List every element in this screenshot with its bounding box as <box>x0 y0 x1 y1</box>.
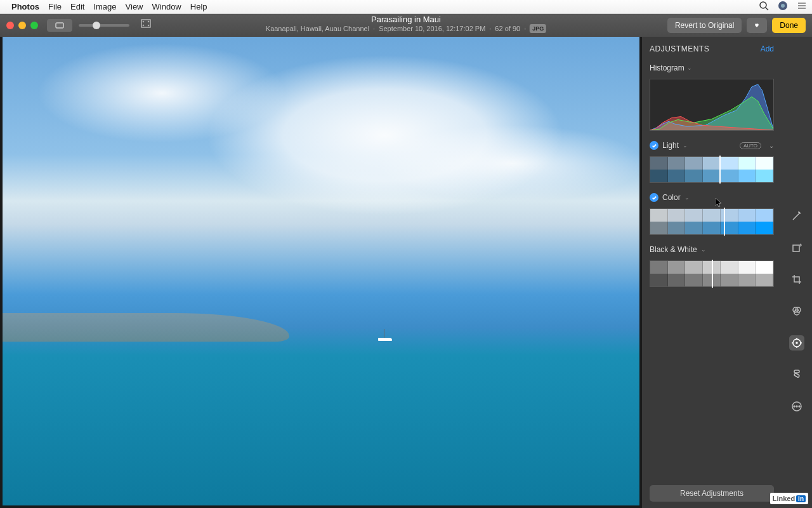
light-label: Light <box>662 141 679 150</box>
svg-rect-7 <box>56 23 63 28</box>
app-toolbar: Parasailing in Maui Kaanapali, Hawaii, A… <box>0 14 812 37</box>
revert-button[interactable]: Revert to Original <box>667 18 742 33</box>
filters-tool[interactable] <box>789 304 804 319</box>
photo-canvas <box>0 37 642 508</box>
chevron-down-icon: ⌄ <box>701 246 706 253</box>
favorite-button[interactable] <box>747 18 767 33</box>
photo-count: 62 of 90 <box>495 24 520 33</box>
format-badge: JPG <box>530 24 546 33</box>
menu-window[interactable]: Window <box>152 2 181 11</box>
retouch-tool[interactable] <box>789 367 804 382</box>
siri-icon[interactable] <box>778 1 788 13</box>
color-slider[interactable] <box>650 208 774 235</box>
zoom-slider[interactable] <box>79 24 129 27</box>
light-auto-button[interactable]: AUTO <box>740 142 761 149</box>
svg-rect-19 <box>794 370 799 373</box>
minimize-window-button[interactable] <box>18 22 26 29</box>
close-window-button[interactable] <box>6 22 14 29</box>
histogram-section-header[interactable]: Histogram ⌄ <box>642 60 782 76</box>
svg-point-23 <box>796 406 797 407</box>
color-slider-marker[interactable] <box>724 208 725 236</box>
zoom-slider-knob[interactable] <box>93 22 100 29</box>
light-section-header[interactable]: Light ⌄ AUTO ⌄ <box>650 141 774 150</box>
svg-line-1 <box>766 8 768 10</box>
histogram-display <box>650 79 774 131</box>
view-mode-toggle[interactable] <box>47 19 72 32</box>
menu-view[interactable]: View <box>126 2 143 11</box>
svg-rect-9 <box>793 245 799 251</box>
photo-title: Parasailing in Maui <box>266 15 546 24</box>
svg-rect-20 <box>794 373 800 377</box>
svg-rect-8 <box>141 20 150 27</box>
light-enabled-checkbox[interactable] <box>650 141 658 150</box>
menu-image[interactable]: Image <box>93 2 116 11</box>
panel-heading: ADJUSTMENTS <box>650 44 709 53</box>
window-controls <box>6 22 38 29</box>
adjustments-panel: ADJUSTMENTS Add Histogram ⌄ <box>642 37 782 508</box>
color-enabled-checkbox[interactable] <box>650 193 658 202</box>
light-slider[interactable] <box>650 156 774 183</box>
svg-point-0 <box>760 2 766 8</box>
menu-edit[interactable]: Edit <box>70 2 84 11</box>
photo-date: September 10, 2016, 12:17:02 PM <box>379 24 485 33</box>
svg-point-14 <box>796 342 797 344</box>
menu-help[interactable]: Help <box>190 2 207 11</box>
magic-wand-tool[interactable] <box>789 208 804 224</box>
adjust-tool[interactable] <box>789 335 804 351</box>
svg-point-22 <box>794 406 795 407</box>
app-name[interactable]: Photos <box>11 2 39 11</box>
chevron-down-icon: ⌄ <box>687 65 692 71</box>
fullscreen-window-button[interactable] <box>30 22 38 29</box>
crop-tool[interactable] <box>789 272 804 287</box>
edit-tool-rail <box>782 37 812 508</box>
title-area: Parasailing in Maui Kaanapali, Hawaii, A… <box>266 15 546 33</box>
chevron-down-icon: ⌄ <box>684 194 690 201</box>
linkedin-watermark: Linkedin <box>770 493 808 504</box>
fit-to-window-icon[interactable] <box>141 19 151 30</box>
bw-slider-marker[interactable] <box>712 260 713 288</box>
mac-menubar: Photos File Edit Image View Window Help <box>0 0 812 14</box>
bw-slider[interactable] <box>650 260 774 287</box>
notification-center-icon[interactable] <box>797 1 807 13</box>
rotate-tool[interactable] <box>789 240 804 255</box>
svg-point-24 <box>799 406 800 407</box>
reset-adjustments-button[interactable]: Reset Adjustments <box>650 485 774 502</box>
chevron-down-icon: ⌄ <box>683 142 688 149</box>
app-window: Parasailing in Maui Kaanapali, Hawaii, A… <box>0 14 812 508</box>
histogram-label: Histogram <box>650 64 684 72</box>
light-slider-marker[interactable] <box>719 156 721 184</box>
bw-section-header[interactable]: Black & White ⌄ <box>650 245 774 254</box>
more-tools[interactable] <box>789 399 804 414</box>
menu-file[interactable]: File <box>48 2 62 11</box>
color-label: Color <box>662 193 681 202</box>
svg-point-3 <box>781 4 785 8</box>
color-section-header[interactable]: Color ⌄ <box>650 193 774 202</box>
light-disclosure-icon[interactable]: ⌄ <box>769 142 774 149</box>
bw-label: Black & White <box>650 245 697 254</box>
done-button[interactable]: Done <box>772 18 806 33</box>
add-adjustment-button[interactable]: Add <box>761 44 774 53</box>
photo-image[interactable] <box>3 37 639 505</box>
photo-location: Kaanapali, Hawaii, Auau Channel <box>266 24 369 33</box>
spotlight-icon[interactable] <box>759 1 769 13</box>
